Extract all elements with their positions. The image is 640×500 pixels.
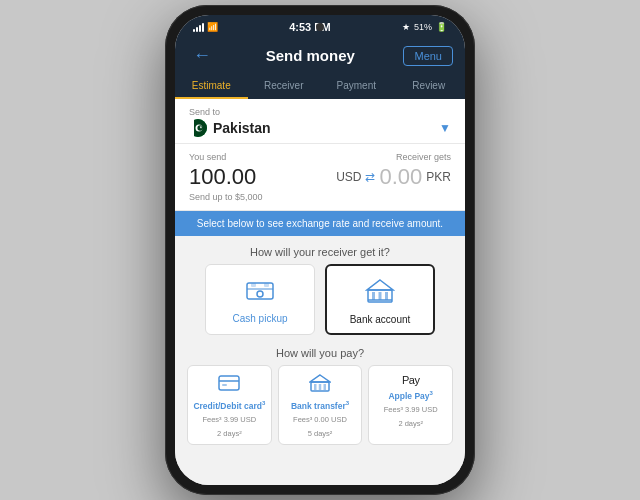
pay-method-cards: Credit/Debit card3 Fees³ 3.99 USD 2 days… bbox=[175, 365, 465, 445]
apple-pay-days: 2 days² bbox=[398, 419, 423, 428]
apple-pay-fees: Fees³ 3.99 USD bbox=[384, 405, 438, 415]
tab-receiver[interactable]: Receiver bbox=[248, 74, 321, 99]
you-send-value[interactable]: 100.00 bbox=[189, 164, 318, 190]
svg-rect-16 bbox=[219, 376, 239, 390]
bank-transfer-fees: Fees³ 0.00 USD bbox=[293, 415, 347, 425]
tab-estimate[interactable]: Estimate bbox=[175, 74, 248, 99]
bank-account-icon bbox=[364, 276, 396, 308]
signal-icon bbox=[193, 23, 204, 32]
country-name: Pakistan bbox=[213, 120, 271, 136]
svg-rect-1 bbox=[189, 119, 194, 137]
credit-debit-fees: Fees³ 3.99 USD bbox=[202, 415, 256, 425]
country-selector[interactable]: Pakistan ▼ bbox=[189, 119, 451, 137]
pay-section-title: How will you pay? bbox=[175, 343, 465, 365]
camera bbox=[316, 23, 324, 31]
status-right: ★ 51% 🔋 bbox=[402, 22, 447, 32]
nav-bar: ← Send money Menu bbox=[175, 37, 465, 74]
svg-rect-21 bbox=[314, 384, 317, 390]
svg-rect-14 bbox=[385, 292, 388, 300]
bank-transfer-days: 5 days² bbox=[308, 429, 333, 438]
bank-transfer-icon bbox=[309, 374, 331, 396]
cash-pickup-icon bbox=[244, 275, 276, 307]
you-send-label: You send bbox=[189, 152, 320, 162]
phone-screen: 📶 4:53 PM ★ 51% 🔋 ← Send money Menu Esti… bbox=[175, 15, 465, 485]
credit-debit-days: 2 days² bbox=[217, 429, 242, 438]
exchange-icon: ⇄ bbox=[365, 170, 375, 184]
receiver-value[interactable]: 0.00 bbox=[379, 164, 422, 190]
credit-debit-card[interactable]: Credit/Debit card3 Fees³ 3.99 USD 2 days… bbox=[187, 365, 272, 445]
receiver-method-cards: Cash pickup Bank account bbox=[175, 264, 465, 343]
chevron-down-icon: ▼ bbox=[439, 121, 451, 135]
svg-rect-7 bbox=[264, 283, 269, 287]
currency-from: USD bbox=[336, 170, 361, 184]
battery-icon: 🔋 bbox=[436, 22, 447, 32]
tabs-bar: Estimate Receiver Payment Review bbox=[175, 74, 465, 99]
svg-rect-18 bbox=[222, 384, 227, 386]
bank-account-label: Bank account bbox=[350, 314, 411, 325]
status-time: 4:53 PM bbox=[289, 21, 331, 33]
battery-percentage: 51% bbox=[414, 22, 432, 32]
amount-section: You send Receiver gets 100.00 USD ⇄ 0.00… bbox=[175, 144, 465, 211]
receiver-gets-label: Receiver gets bbox=[320, 152, 451, 162]
apple-pay-card[interactable]: Pay Apple Pay3 Fees³ 3.99 USD 2 days² bbox=[368, 365, 453, 445]
send-to-section: Send to Pakistan bbox=[175, 99, 465, 144]
status-left: 📶 bbox=[193, 22, 218, 32]
content-area: Send to Pakistan bbox=[175, 99, 465, 485]
apple-pay-label: Apple Pay3 bbox=[388, 390, 432, 401]
menu-button[interactable]: Menu bbox=[403, 46, 453, 66]
pakistan-flag bbox=[189, 119, 207, 137]
svg-rect-23 bbox=[324, 384, 327, 390]
wifi-icon: 📶 bbox=[207, 22, 218, 32]
send-to-label: Send to bbox=[189, 107, 451, 117]
apple-pay-icon: Pay bbox=[402, 374, 419, 386]
bluetooth-icon: ★ bbox=[402, 22, 410, 32]
svg-marker-11 bbox=[367, 280, 393, 290]
svg-point-9 bbox=[257, 291, 263, 297]
cash-pickup-label: Cash pickup bbox=[232, 313, 287, 324]
svg-rect-6 bbox=[251, 283, 256, 287]
credit-card-icon bbox=[218, 374, 240, 396]
cash-pickup-card[interactable]: Cash pickup bbox=[205, 264, 315, 335]
svg-rect-22 bbox=[319, 384, 322, 390]
svg-marker-20 bbox=[310, 375, 330, 382]
bank-transfer-card[interactable]: Bank transfer3 Fees³ 0.00 USD 5 days² bbox=[278, 365, 363, 445]
tab-review[interactable]: Review bbox=[393, 74, 466, 99]
credit-debit-label: Credit/Debit card3 bbox=[193, 400, 265, 411]
svg-rect-12 bbox=[372, 292, 375, 300]
send-limit: Send up to $5,000 bbox=[189, 192, 451, 202]
svg-rect-13 bbox=[379, 292, 382, 300]
nav-title: Send money bbox=[266, 47, 355, 64]
currency-to: PKR bbox=[426, 170, 451, 184]
back-button[interactable]: ← bbox=[187, 43, 217, 68]
tab-payment[interactable]: Payment bbox=[320, 74, 393, 99]
phone-frame: 📶 4:53 PM ★ 51% 🔋 ← Send money Menu Esti… bbox=[165, 5, 475, 495]
bank-account-card[interactable]: Bank account bbox=[325, 264, 435, 335]
bank-transfer-label: Bank transfer3 bbox=[291, 400, 349, 411]
receiver-section-title: How will your receiver get it? bbox=[175, 236, 465, 264]
info-banner: Select below to see exchange rate and re… bbox=[175, 211, 465, 236]
